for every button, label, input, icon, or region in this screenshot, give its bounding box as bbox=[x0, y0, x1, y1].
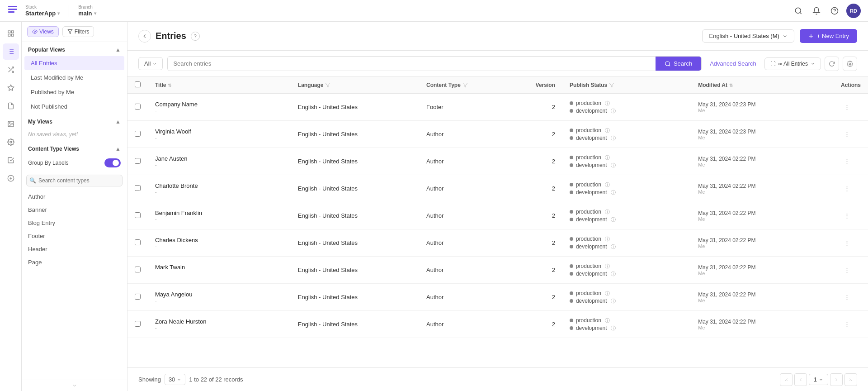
filters-tab[interactable]: Filters bbox=[62, 26, 94, 37]
row-checkbox-cell[interactable] bbox=[127, 175, 148, 202]
th-title[interactable]: Title ⇅ bbox=[148, 77, 291, 94]
status-info-icon[interactable]: ⓘ bbox=[611, 189, 616, 196]
entries-help-icon[interactable]: ? bbox=[191, 32, 200, 41]
row-checkbox[interactable] bbox=[135, 239, 141, 245]
view-item-all-entries[interactable]: All Entries bbox=[24, 56, 124, 70]
row-checkbox-cell[interactable] bbox=[127, 257, 148, 284]
row-checkbox[interactable] bbox=[135, 321, 141, 327]
content-type-footer[interactable]: Footer bbox=[22, 229, 127, 243]
last-page-button[interactable] bbox=[844, 373, 857, 386]
content-type-author[interactable]: Author bbox=[22, 190, 127, 203]
th-language[interactable]: Language bbox=[291, 77, 419, 94]
branch-name[interactable]: main ▾ bbox=[78, 10, 96, 17]
group-by-toggle[interactable] bbox=[104, 158, 121, 167]
advanced-search-button[interactable]: Advanced Search bbox=[706, 60, 760, 67]
status-info-icon[interactable]: ⓘ bbox=[611, 108, 616, 114]
row-actions-button[interactable]: ⋮ bbox=[841, 210, 854, 222]
bell-icon[interactable] bbox=[810, 5, 823, 17]
next-page-button[interactable] bbox=[830, 373, 843, 386]
status-info-icon[interactable]: ⓘ bbox=[605, 290, 610, 297]
content-type-views-toggle[interactable]: ▲ bbox=[115, 146, 121, 152]
per-page-selector[interactable]: 30 bbox=[165, 374, 185, 385]
sidebar-icon-media[interactable] bbox=[3, 116, 19, 132]
row-title-cell[interactable]: Charles Dickens - bbox=[148, 229, 291, 257]
status-info-icon[interactable]: ⓘ bbox=[611, 298, 616, 305]
row-checkbox-cell[interactable] bbox=[127, 121, 148, 148]
th-content-type[interactable]: Content Type bbox=[419, 77, 526, 94]
search-icon[interactable] bbox=[792, 5, 805, 17]
row-checkbox-cell[interactable] bbox=[127, 148, 148, 175]
row-checkbox[interactable] bbox=[135, 131, 141, 137]
content-type-blog-entry[interactable]: Blog Entry bbox=[22, 216, 127, 229]
status-info-icon[interactable]: ⓘ bbox=[605, 154, 610, 161]
row-title-cell[interactable]: Virginia Woolf - bbox=[148, 121, 291, 148]
content-type-filter-icon[interactable] bbox=[462, 82, 468, 88]
th-modified-at[interactable]: Modified At ⇅ bbox=[691, 77, 834, 94]
help-icon[interactable] bbox=[828, 5, 841, 17]
th-publish-status[interactable]: Publish Status bbox=[562, 77, 691, 94]
row-title-cell[interactable]: Zora Neale Hurston - bbox=[148, 311, 291, 338]
prev-page-button[interactable] bbox=[794, 373, 807, 386]
view-item-published-by-me[interactable]: Published by Me bbox=[24, 85, 124, 99]
content-type-page[interactable]: Page bbox=[22, 256, 127, 269]
app-name[interactable]: StarterApp ▾ bbox=[25, 10, 60, 17]
row-title-cell[interactable]: Jane Austen - bbox=[148, 148, 291, 175]
th-version[interactable]: Version bbox=[526, 77, 562, 94]
row-actions-button[interactable]: ⋮ bbox=[841, 128, 854, 141]
row-checkbox[interactable] bbox=[135, 185, 141, 191]
select-all-checkbox[interactable] bbox=[135, 81, 141, 87]
select-all-header[interactable] bbox=[127, 77, 148, 94]
filter-all-dropdown[interactable]: All bbox=[138, 57, 163, 70]
status-info-icon[interactable]: ⓘ bbox=[605, 127, 610, 134]
row-checkbox-cell[interactable] bbox=[127, 94, 148, 121]
status-info-icon[interactable]: ⓘ bbox=[605, 317, 610, 324]
current-page-selector[interactable]: 1 bbox=[809, 374, 828, 385]
row-checkbox[interactable] bbox=[135, 294, 141, 300]
row-title-cell[interactable]: Company Name - bbox=[148, 94, 291, 121]
all-entries-dropdown[interactable]: ∞ All Entries bbox=[764, 57, 821, 70]
row-checkbox[interactable] bbox=[135, 104, 141, 110]
row-checkbox[interactable] bbox=[135, 267, 141, 272]
row-checkbox-cell[interactable] bbox=[127, 284, 148, 311]
content-type-header[interactable]: Header bbox=[22, 243, 127, 256]
row-actions-button[interactable]: ⋮ bbox=[841, 155, 854, 168]
sidebar-icon-entries[interactable] bbox=[3, 98, 19, 114]
sidebar-icon-grid[interactable] bbox=[3, 25, 19, 42]
row-checkbox-cell[interactable] bbox=[127, 202, 148, 229]
view-item-last-modified[interactable]: Last Modified by Me bbox=[24, 71, 124, 85]
my-views-toggle[interactable]: ▲ bbox=[115, 119, 121, 125]
first-page-button[interactable] bbox=[780, 373, 793, 386]
row-actions-button[interactable]: ⋮ bbox=[841, 291, 854, 304]
status-info-icon[interactable]: ⓘ bbox=[605, 263, 610, 270]
row-title-cell[interactable]: Mark Twain - bbox=[148, 257, 291, 284]
status-info-icon[interactable]: ⓘ bbox=[611, 162, 616, 169]
row-actions-button[interactable]: ⋮ bbox=[841, 237, 854, 249]
sidebar-icon-list[interactable] bbox=[3, 43, 19, 60]
refresh-button[interactable] bbox=[825, 57, 839, 71]
sidebar-icon-add[interactable] bbox=[3, 170, 19, 186]
panel-scroll-down[interactable] bbox=[22, 380, 127, 391]
new-entry-button[interactable]: + New Entry bbox=[800, 29, 857, 43]
row-checkbox-cell[interactable] bbox=[127, 229, 148, 257]
views-tab[interactable]: Views bbox=[27, 26, 59, 37]
sidebar-icon-tasks[interactable] bbox=[3, 152, 19, 168]
status-info-icon[interactable]: ⓘ bbox=[611, 271, 616, 277]
row-checkbox[interactable] bbox=[135, 212, 141, 218]
view-item-not-published[interactable]: Not Published bbox=[24, 100, 124, 114]
status-info-icon[interactable]: ⓘ bbox=[611, 135, 616, 142]
status-info-icon[interactable]: ⓘ bbox=[611, 216, 616, 223]
row-actions-button[interactable]: ⋮ bbox=[841, 264, 854, 277]
status-info-icon[interactable]: ⓘ bbox=[611, 325, 616, 332]
status-info-icon[interactable]: ⓘ bbox=[605, 209, 610, 215]
popular-views-toggle[interactable]: ▲ bbox=[115, 47, 121, 53]
content-type-search-input[interactable] bbox=[26, 175, 123, 186]
language-filter-icon[interactable] bbox=[325, 82, 330, 88]
user-avatar[interactable]: RD bbox=[846, 4, 861, 18]
row-actions-button[interactable]: ⋮ bbox=[841, 182, 854, 195]
sidebar-icon-modules[interactable] bbox=[3, 62, 19, 78]
status-info-icon[interactable]: ⓘ bbox=[611, 243, 616, 250]
row-actions-button[interactable]: ⋮ bbox=[841, 101, 854, 114]
status-info-icon[interactable]: ⓘ bbox=[605, 236, 610, 243]
row-title-cell[interactable]: Benjamin Franklin - bbox=[148, 202, 291, 229]
publish-filter-icon[interactable] bbox=[609, 82, 614, 88]
